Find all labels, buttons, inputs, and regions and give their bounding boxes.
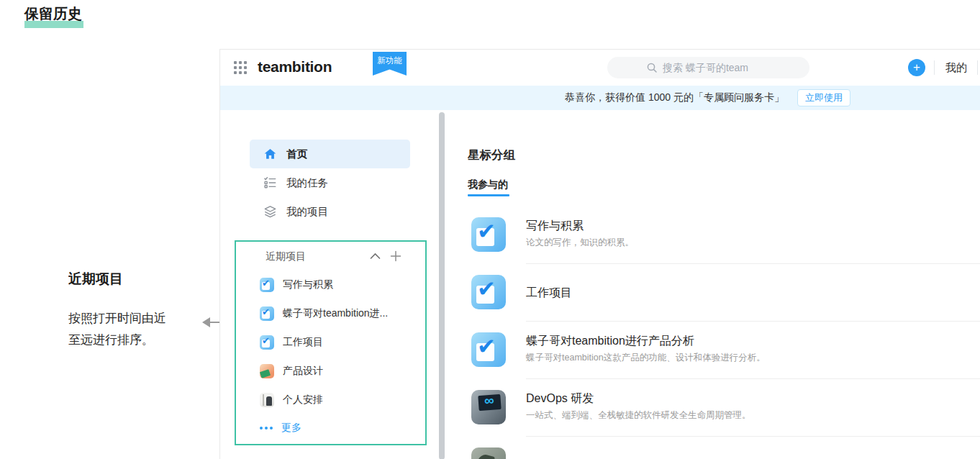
project-description: 蝶子哥对teambition这款产品的功能、设计和体验进行分析。: [526, 352, 766, 364]
tab-active-underline: [468, 194, 509, 196]
create-button[interactable]: +: [908, 59, 925, 76]
promo-message: 恭喜你，获得价值 1000 元的「专属顾问服务卡」: [565, 91, 784, 104]
project-checkbox-icon: [471, 275, 506, 309]
sidebar-item-label: 我的项目: [286, 205, 328, 219]
devops-photo-icon: [471, 390, 506, 424]
chevron-up-icon[interactable]: [370, 253, 381, 260]
project-checkbox-icon: [471, 332, 506, 367]
project-checkbox-icon: [260, 335, 274, 350]
page-title: 保留历史: [24, 4, 83, 29]
home-icon: [263, 147, 277, 160]
project-title: 蝶子哥对teambition进行产品分析: [526, 334, 694, 349]
app-grid-icon[interactable]: [234, 61, 247, 74]
recent-item[interactable]: 个人安排: [236, 386, 425, 414]
project-row[interactable]: 产品进展: [471, 436, 980, 459]
project-description: 论文的写作，知识的积累。: [526, 237, 634, 249]
callout-text: 按照打开时间由近 至远进行排序。: [68, 308, 166, 351]
sidebar-scrollbar-track[interactable]: [438, 112, 445, 459]
more-dots-icon: [260, 427, 273, 430]
sidebar-scrollbar-thumb[interactable]: [439, 112, 445, 459]
sidebar-item-my-projects[interactable]: 我的项目: [250, 197, 410, 226]
recent-item[interactable]: 写作与积累: [236, 271, 425, 299]
callout-heading: 近期项目: [68, 270, 123, 288]
recent-item-label: 写作与积累: [283, 278, 333, 291]
teambition-app-window: teambition 新功能 + 我的 恭喜你，获得价值 1000 元的「专属顾…: [219, 49, 980, 459]
search-box[interactable]: [607, 57, 809, 78]
recent-item-label: 产品设计: [283, 365, 323, 378]
project-checkbox-icon: [260, 278, 274, 292]
project-row[interactable]: DevOps 研发 一站式、端到端、全栈敏捷的软件研发全生命周期管理。: [471, 378, 980, 436]
topbar-divider: [977, 60, 978, 75]
sidebar-item-my-tasks[interactable]: 我的任务: [250, 168, 410, 197]
use-now-button[interactable]: 立即使用: [797, 89, 850, 106]
project-description: 一站式、端到端、全栈敏捷的软件研发全生命周期管理。: [526, 409, 751, 422]
recent-item[interactable]: 工作项目: [236, 328, 425, 357]
project-title: DevOps 研发: [526, 391, 594, 406]
more-label: 更多: [281, 422, 301, 435]
project-checkbox-icon: [260, 306, 274, 321]
teambition-logo[interactable]: teambition: [258, 58, 332, 76]
sidebar-item-label: 首页: [286, 147, 307, 161]
search-icon: [646, 62, 658, 73]
design-photo-icon: [260, 364, 274, 378]
topbar-divider: [934, 60, 935, 75]
recent-projects-title: 近期项目: [266, 250, 306, 263]
callout-line-2: 至远进行排序。: [68, 330, 166, 351]
project-row[interactable]: 写作与积累 论文的写作，知识的积累。: [471, 206, 980, 263]
sidebar-item-label: 我的任务: [286, 176, 328, 190]
topbar: teambition 新功能 + 我的: [220, 50, 980, 86]
recent-more-button[interactable]: 更多: [236, 414, 425, 442]
recent-projects-highlight-box: 近期项目 写作与积累 蝶子哥对teambition进... 工作项目 产品设计 …: [235, 240, 427, 445]
recent-item[interactable]: 蝶子哥对teambition进...: [236, 299, 425, 328]
recent-item-label: 工作项目: [283, 336, 323, 349]
promo-banner: 恭喜你，获得价值 1000 元的「专属顾问服务卡」 立即使用: [220, 86, 980, 110]
project-row[interactable]: 蝶子哥对teambition进行产品分析 蝶子哥对teambition这款产品的…: [471, 321, 980, 378]
layers-icon: [263, 205, 277, 218]
project-checkbox-icon: [471, 217, 506, 252]
profile-menu[interactable]: 我的: [945, 61, 967, 75]
tab-participating[interactable]: 我参与的: [468, 178, 508, 191]
starred-group-title: 星标分组: [468, 147, 515, 163]
project-title: 工作项目: [526, 286, 572, 301]
task-list-icon: [263, 176, 277, 189]
recent-item-label: 个人安排: [283, 394, 323, 406]
sidebar-item-home[interactable]: 首页: [250, 140, 410, 168]
recent-item-label: 蝶子哥对teambition进...: [283, 307, 388, 320]
project-title: 写作与积累: [526, 219, 584, 234]
recent-item[interactable]: 产品设计: [236, 357, 425, 386]
project-row[interactable]: 工作项目: [471, 263, 980, 321]
annotation-arrow-head: [202, 317, 210, 327]
person-photo-icon: [260, 393, 274, 407]
add-project-icon[interactable]: [390, 250, 401, 262]
plant-photo-icon: [471, 447, 506, 459]
search-input[interactable]: [663, 62, 771, 73]
new-feature-badge[interactable]: 新功能: [373, 52, 407, 76]
callout-line-1: 按照打开时间由近: [68, 308, 166, 330]
